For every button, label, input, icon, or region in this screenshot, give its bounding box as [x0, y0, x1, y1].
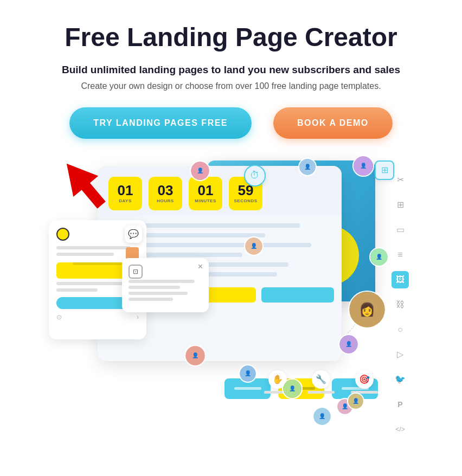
card-line-3	[56, 282, 126, 285]
map-bottom-icons: ✋ 🔧 🎯	[264, 370, 378, 394]
arrow-right-icon[interactable]: ›	[137, 313, 139, 321]
timer-hours-value: 03	[158, 183, 174, 197]
avatar-1-inner: 👤	[191, 162, 209, 180]
avatar-7: 👤	[184, 345, 206, 366]
page-title-text: Free Landing Page Creator	[65, 23, 397, 52]
svg-marker-0	[54, 155, 114, 214]
card-line-4	[56, 288, 98, 292]
code-icon[interactable]: </>	[392, 421, 409, 438]
timer-minutes-label: MINUTES	[195, 198, 216, 203]
buttons-row: TRY LANDING PAGES FREE BOOK A DEMO	[33, 107, 429, 139]
timer-hours-label: HOURS	[157, 198, 174, 203]
avatar-6-inner: 👩	[349, 292, 385, 327]
circle-icon[interactable]: ○	[392, 321, 409, 338]
popup-lines	[129, 280, 202, 301]
avatar-12: 👤	[347, 393, 364, 410]
arrow-container	[49, 155, 114, 209]
popup-line-1	[129, 280, 195, 283]
circle-dot: ⊙	[56, 313, 62, 321]
avatar-7-inner: 👤	[185, 346, 205, 365]
layout-icon[interactable]: ⊞	[392, 196, 409, 214]
p-icon[interactable]: P	[392, 396, 409, 413]
avatar-5-inner: 👤	[370, 248, 388, 266]
avatar-6: 👩	[348, 291, 386, 329]
play-icon[interactable]: ▷	[392, 346, 409, 363]
avatar-2: 👤	[298, 158, 317, 176]
image-icon[interactable]: 🖼	[392, 271, 409, 288]
page-wrapper: Free Landing Page Creator Build unlimite…	[0, 0, 462, 476]
floating-grid-icon: ⊞	[375, 160, 394, 180]
floating-timer-icon: ⏱	[244, 165, 266, 186]
red-arrow-icon	[49, 155, 119, 214]
avatar-3: 👤	[352, 155, 374, 177]
avatar-13: 👤	[338, 334, 359, 355]
book-demo-button[interactable]: BOOK A DEMO	[273, 107, 393, 139]
timer-days-label: DAYS	[119, 198, 132, 203]
text-icon[interactable]: ≡	[392, 246, 409, 263]
avatar-11-inner: 👤	[313, 408, 331, 425]
card-line-white-1	[234, 387, 261, 390]
avatar-4-inner: 👤	[245, 237, 262, 255]
avatar-3-inner: 👤	[354, 156, 373, 176]
avatar-8-inner: 👤	[240, 365, 256, 382]
avatar-11: 👤	[312, 407, 332, 426]
timer-hours: 03 HOURS	[149, 177, 182, 210]
icons-panel: ✂ ⊞ ▭ ≡ 🖼 ⛓ ○ ▷ 🐦 P </>	[392, 171, 413, 438]
card-line-2	[56, 253, 114, 256]
avatar-12-inner: 👤	[348, 394, 363, 409]
twitter-icon[interactable]: 🐦	[392, 371, 409, 388]
card-avatar	[56, 228, 69, 241]
map-icon-tool: 🔧	[307, 370, 335, 394]
popup-line-2	[129, 286, 180, 289]
try-free-button[interactable]: TRY LANDING PAGES FREE	[69, 107, 252, 139]
dash-btn-3	[261, 287, 334, 303]
avatar-9-inner: 👤	[283, 379, 301, 398]
popup-card: ⊡ ✕	[122, 258, 209, 312]
card-line-1	[56, 246, 131, 249]
popup-line-3	[129, 292, 188, 295]
yellow-inner-line	[73, 262, 122, 265]
target-icon: 🎯	[355, 370, 374, 389]
subtitle-light: Create your own design or choose from ov…	[33, 81, 429, 91]
timer-minutes-value: 01	[198, 183, 214, 197]
subtitle-bold: Build unlimited landing pages to land yo…	[33, 64, 429, 76]
left-card-arrows: ⊙ ›	[56, 313, 139, 321]
popup-line-4	[129, 298, 173, 301]
timer-days-value: 01	[118, 183, 133, 197]
map-icon-target: 🎯	[351, 370, 378, 394]
rect-icon[interactable]: ▭	[392, 221, 409, 239]
avatar-9: 👤	[282, 378, 303, 399]
avatar-1: 👤	[190, 160, 210, 181]
avatar-13-inner: 👤	[339, 335, 358, 353]
popup-close-icon[interactable]: ✕	[197, 262, 203, 271]
map-icon-line-2	[307, 391, 335, 394]
avatar-2-inner: 👤	[299, 159, 316, 175]
timer-minutes: 01 MINUTES	[189, 177, 222, 210]
title-section: Free Landing Page Creator	[33, 22, 429, 53]
chat-bubble-icon[interactable]: 💬	[125, 226, 142, 243]
timer-seconds-label: SECONDS	[234, 198, 257, 203]
avatar-5: 👤	[369, 247, 389, 267]
main-title: Free Landing Page Creator	[60, 22, 401, 53]
avatar-4: 👤	[244, 236, 264, 256]
link-icon[interactable]: ⛓	[392, 296, 409, 313]
avatar-8: 👤	[239, 364, 257, 383]
tool-icon: 🔧	[312, 370, 330, 389]
popup-icon-box: ⊡	[129, 265, 143, 279]
